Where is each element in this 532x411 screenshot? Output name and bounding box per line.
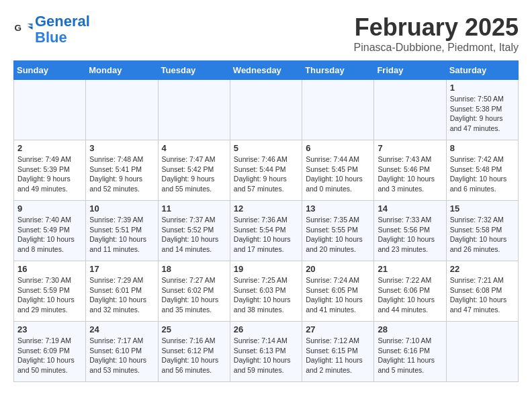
day-number: 7 (378, 143, 442, 153)
table-row: 27Sunrise: 7:12 AM Sunset: 6:15 PM Dayli… (302, 322, 374, 382)
table-row: 4Sunrise: 7:47 AM Sunset: 5:42 PM Daylig… (158, 140, 230, 201)
day-number: 16 (17, 264, 82, 274)
day-info: Sunrise: 7:35 AM Sunset: 5:55 PM Dayligh… (306, 215, 370, 255)
table-row (230, 80, 302, 140)
day-number: 2 (17, 143, 82, 153)
col-monday: Monday (86, 61, 158, 80)
col-saturday: Saturday (446, 61, 518, 80)
table-row: 22Sunrise: 7:21 AM Sunset: 6:08 PM Dayli… (446, 261, 518, 322)
logo-line2: Blue (35, 29, 67, 46)
table-row: 23Sunrise: 7:19 AM Sunset: 6:09 PM Dayli… (14, 322, 86, 382)
day-number: 11 (162, 203, 226, 214)
table-row: 11Sunrise: 7:37 AM Sunset: 5:52 PM Dayli… (158, 201, 230, 261)
day-number: 10 (89, 203, 154, 214)
logo: G General Blue (13, 13, 90, 46)
day-number: 20 (306, 264, 370, 274)
day-info: Sunrise: 7:21 AM Sunset: 6:08 PM Dayligh… (450, 275, 515, 315)
calendar-table: Sunday Monday Tuesday Wednesday Thursday… (13, 60, 519, 382)
table-row: 1Sunrise: 7:50 AM Sunset: 5:38 PM Daylig… (446, 80, 518, 140)
day-info: Sunrise: 7:12 AM Sunset: 6:15 PM Dayligh… (306, 336, 370, 375)
day-number: 3 (89, 143, 154, 153)
table-row: 10Sunrise: 7:39 AM Sunset: 5:51 PM Dayli… (86, 201, 158, 261)
table-row: 26Sunrise: 7:14 AM Sunset: 6:13 PM Dayli… (230, 322, 302, 382)
table-row: 28Sunrise: 7:10 AM Sunset: 6:16 PM Dayli… (374, 322, 446, 382)
day-info: Sunrise: 7:36 AM Sunset: 5:54 PM Dayligh… (234, 215, 298, 255)
logo-line1: General (35, 13, 90, 30)
day-info: Sunrise: 7:49 AM Sunset: 5:39 PM Dayligh… (17, 154, 82, 194)
table-row: 8Sunrise: 7:42 AM Sunset: 5:48 PM Daylig… (446, 140, 518, 201)
day-info: Sunrise: 7:25 AM Sunset: 6:03 PM Dayligh… (234, 275, 298, 315)
day-number: 19 (234, 264, 298, 274)
day-info: Sunrise: 7:48 AM Sunset: 5:41 PM Dayligh… (89, 154, 154, 194)
day-number: 28 (378, 324, 442, 334)
table-row: 2Sunrise: 7:49 AM Sunset: 5:39 PM Daylig… (14, 140, 86, 201)
day-info: Sunrise: 7:29 AM Sunset: 6:01 PM Dayligh… (89, 275, 154, 315)
day-info: Sunrise: 7:16 AM Sunset: 6:12 PM Dayligh… (162, 336, 226, 375)
calendar-subtitle: Pinasca-Dubbione, Piedmont, Italy (354, 42, 519, 54)
day-number: 23 (17, 324, 82, 334)
day-info: Sunrise: 7:40 AM Sunset: 5:49 PM Dayligh… (17, 215, 82, 255)
day-info: Sunrise: 7:14 AM Sunset: 6:13 PM Dayligh… (234, 336, 298, 375)
col-friday: Friday (374, 61, 446, 80)
table-row: 3Sunrise: 7:48 AM Sunset: 5:41 PM Daylig… (86, 140, 158, 201)
table-row: 12Sunrise: 7:36 AM Sunset: 5:54 PM Dayli… (230, 201, 302, 261)
day-number: 6 (306, 143, 370, 153)
day-number: 26 (234, 324, 298, 334)
day-number: 1 (450, 83, 515, 93)
calendar-week-1: 2Sunrise: 7:49 AM Sunset: 5:39 PM Daylig… (14, 140, 519, 201)
table-row: 15Sunrise: 7:32 AM Sunset: 5:58 PM Dayli… (446, 201, 518, 261)
table-row: 19Sunrise: 7:25 AM Sunset: 6:03 PM Dayli… (230, 261, 302, 322)
day-info: Sunrise: 7:46 AM Sunset: 5:44 PM Dayligh… (234, 154, 298, 194)
day-info: Sunrise: 7:39 AM Sunset: 5:51 PM Dayligh… (89, 215, 154, 255)
calendar-week-2: 9Sunrise: 7:40 AM Sunset: 5:49 PM Daylig… (14, 201, 519, 261)
calendar-week-3: 16Sunrise: 7:30 AM Sunset: 5:59 PM Dayli… (14, 261, 519, 322)
table-row (14, 80, 86, 140)
logo-icon: G (13, 19, 34, 40)
table-row: 5Sunrise: 7:46 AM Sunset: 5:44 PM Daylig… (230, 140, 302, 201)
table-row (374, 80, 446, 140)
day-number: 17 (89, 264, 154, 274)
day-number: 9 (17, 203, 82, 214)
calendar-week-4: 23Sunrise: 7:19 AM Sunset: 6:09 PM Dayli… (14, 322, 519, 382)
day-info: Sunrise: 7:32 AM Sunset: 5:58 PM Dayligh… (450, 215, 515, 255)
table-row (302, 80, 374, 140)
day-info: Sunrise: 7:19 AM Sunset: 6:09 PM Dayligh… (17, 336, 82, 375)
day-info: Sunrise: 7:47 AM Sunset: 5:42 PM Dayligh… (162, 154, 226, 194)
day-number: 15 (450, 203, 515, 214)
table-row: 24Sunrise: 7:17 AM Sunset: 6:10 PM Dayli… (86, 322, 158, 382)
day-info: Sunrise: 7:10 AM Sunset: 6:16 PM Dayligh… (378, 336, 442, 375)
day-info: Sunrise: 7:22 AM Sunset: 6:06 PM Dayligh… (378, 275, 442, 315)
svg-marker-2 (28, 27, 33, 30)
calendar-week-0: 1Sunrise: 7:50 AM Sunset: 5:38 PM Daylig… (14, 80, 519, 140)
day-number: 21 (378, 264, 442, 274)
table-row (86, 80, 158, 140)
calendar-title: February 2025 (354, 13, 519, 42)
day-number: 5 (234, 143, 298, 153)
day-number: 22 (450, 264, 515, 274)
table-row (446, 322, 518, 382)
col-thursday: Thursday (302, 61, 374, 80)
day-info: Sunrise: 7:37 AM Sunset: 5:52 PM Dayligh… (162, 215, 226, 255)
day-number: 12 (234, 203, 298, 214)
col-sunday: Sunday (14, 61, 86, 80)
day-number: 13 (306, 203, 370, 214)
table-row: 9Sunrise: 7:40 AM Sunset: 5:49 PM Daylig… (14, 201, 86, 261)
day-info: Sunrise: 7:43 AM Sunset: 5:46 PM Dayligh… (378, 154, 442, 194)
day-info: Sunrise: 7:33 AM Sunset: 5:56 PM Dayligh… (378, 215, 442, 255)
day-info: Sunrise: 7:24 AM Sunset: 6:05 PM Dayligh… (306, 275, 370, 315)
day-number: 14 (378, 203, 442, 214)
table-row: 20Sunrise: 7:24 AM Sunset: 6:05 PM Dayli… (302, 261, 374, 322)
table-row: 25Sunrise: 7:16 AM Sunset: 6:12 PM Dayli… (158, 322, 230, 382)
table-row: 16Sunrise: 7:30 AM Sunset: 5:59 PM Dayli… (14, 261, 86, 322)
svg-text:G: G (15, 23, 22, 33)
day-number: 27 (306, 324, 370, 334)
day-number: 25 (162, 324, 226, 334)
day-number: 24 (89, 324, 154, 334)
table-row: 7Sunrise: 7:43 AM Sunset: 5:46 PM Daylig… (374, 140, 446, 201)
table-row: 14Sunrise: 7:33 AM Sunset: 5:56 PM Dayli… (374, 201, 446, 261)
table-row (158, 80, 230, 140)
logo-text: General Blue (35, 13, 90, 46)
table-row: 17Sunrise: 7:29 AM Sunset: 6:01 PM Dayli… (86, 261, 158, 322)
day-info: Sunrise: 7:30 AM Sunset: 5:59 PM Dayligh… (17, 275, 82, 315)
day-number: 18 (162, 264, 226, 274)
